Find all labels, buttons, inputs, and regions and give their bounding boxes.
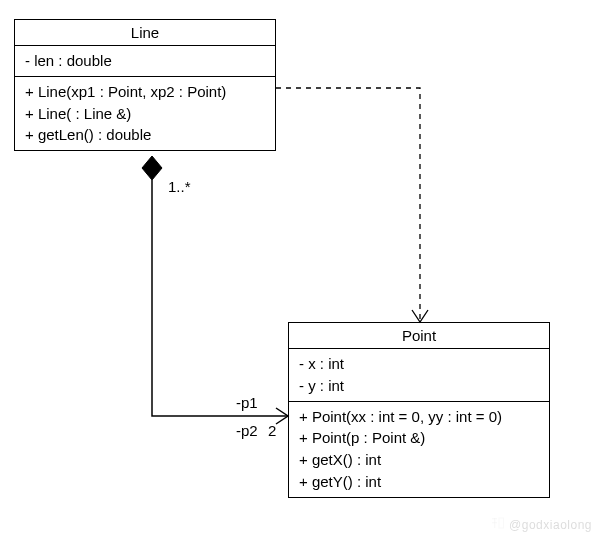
op-row: + Line( : Line &) <box>25 103 265 125</box>
class-point-operations: + Point(xx : int = 0, yy : int = 0) + Po… <box>289 402 549 497</box>
association-line-point <box>152 180 288 424</box>
op-row: + Point(xx : int = 0, yy : int = 0) <box>299 406 539 428</box>
role-p1: -p1 <box>236 394 258 411</box>
dependency-line-to-point <box>276 88 428 322</box>
attr-row: - y : int <box>299 375 539 397</box>
watermark: @godxiaolong <box>491 515 592 532</box>
op-row: + getLen() : double <box>25 124 265 146</box>
class-point-attributes: - x : int - y : int <box>289 349 549 402</box>
composition-diamond-icon <box>142 156 162 180</box>
attr-row: - len : double <box>25 50 265 72</box>
svg-rect-4 <box>499 518 504 528</box>
class-line: Line - len : double + Line(xp1 : Point, … <box>14 19 276 151</box>
op-row: + getY() : int <box>299 471 539 493</box>
class-line-name: Line <box>15 20 275 46</box>
class-line-attributes: - len : double <box>15 46 275 77</box>
op-row: + Line(xp1 : Point, xp2 : Point) <box>25 81 265 103</box>
class-line-operations: + Line(xp1 : Point, xp2 : Point) + Line(… <box>15 77 275 150</box>
attr-row: - x : int <box>299 353 539 375</box>
op-row: + getX() : int <box>299 449 539 471</box>
zhihu-icon <box>491 516 505 533</box>
watermark-text: @godxiaolong <box>509 518 592 532</box>
class-point: Point - x : int - y : int + Point(xx : i… <box>288 322 550 498</box>
svg-marker-0 <box>142 156 162 180</box>
mult-point-side: 2 <box>268 422 276 439</box>
class-point-name: Point <box>289 323 549 349</box>
svg-rect-3 <box>494 518 495 528</box>
op-row: + Point(p : Point &) <box>299 427 539 449</box>
mult-line-side: 1..* <box>168 178 191 195</box>
role-p2: -p2 <box>236 422 258 439</box>
